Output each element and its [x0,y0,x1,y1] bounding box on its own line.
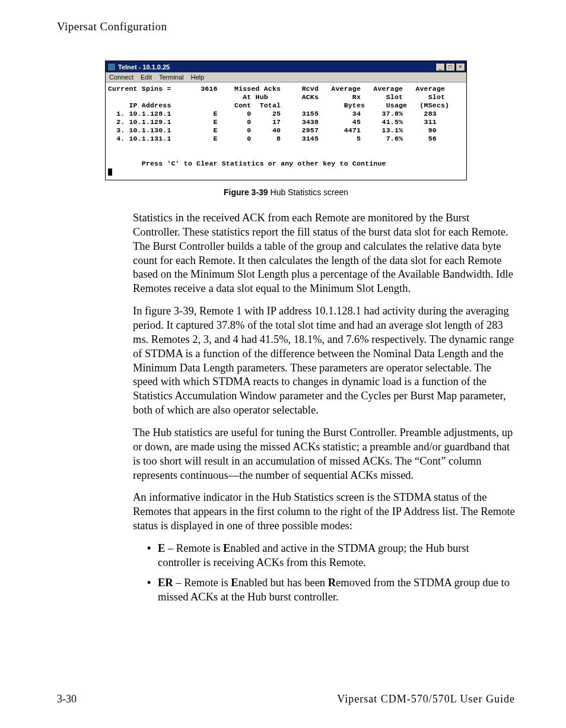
term-row: 2. 10.1.129.1 E 0 17 3438 45 41.5% 311 [108,118,437,126]
term-row: 4. 10.1.131.1 E 0 8 3145 5 7.6% 56 [108,135,437,142]
bold-letter: E [231,577,238,589]
text: – Remote is [165,542,223,554]
menubar: Connect Edit Terminal Help [106,72,466,82]
term-line: At Hub ACKs Rx Slot Slot [108,93,445,101]
figure-caption: Figure 3-39 Hub Statistics screen [57,187,515,197]
menu-help[interactable]: Help [191,74,205,81]
bold-letter: E [223,542,230,554]
term-row: 1. 10.1.128.1 E 0 25 3155 34 37.8% 283 [108,110,437,117]
paragraph: An informative indicator in the Hub Stat… [57,491,515,533]
term-prompt: Press 'C' to Clear Statistics or any oth… [108,160,386,167]
paragraph: Statistics in the received ACK from each… [57,211,515,296]
list-item: E – Remote is Enabled and active in the … [147,542,513,570]
status-code: ER [158,577,173,589]
menu-connect[interactable]: Connect [109,74,133,81]
maximize-button[interactable]: □ [446,63,455,71]
terminal-output: Current Spins = 3616 Missed Acks Rcvd Av… [106,82,466,180]
cursor-icon [108,169,112,176]
list-item: ER – Remote is Enabled but has been Remo… [147,576,513,605]
text: – Remote is [173,577,231,589]
menu-terminal[interactable]: Terminal [159,74,184,81]
telnet-window: Telnet - 10.1.0.25 _ □ × Connect Edit Te… [105,61,467,180]
section-header: Vipersat Configuration [57,20,515,33]
status-list: E – Remote is Enabled and active in the … [57,542,515,604]
page-number: 3-30 [57,693,77,705]
app-icon [107,63,116,71]
minimize-button[interactable]: _ [435,63,445,71]
titlebar: Telnet - 10.1.0.25 _ □ × [106,61,466,72]
figure-title: Hub Statistics screen [268,187,348,197]
guide-title: Vipersat CDM-570/570L User Guide [337,693,515,705]
status-code: E [158,542,165,554]
term-line: IP Address Cont Total Bytes Usage (MSecs… [108,101,449,109]
close-button[interactable]: × [456,63,465,71]
menu-edit[interactable]: Edit [141,74,152,81]
term-line: Current Spins = 3616 Missed Acks Rcvd Av… [108,85,445,93]
text: nabled but has been [239,577,328,589]
bold-letter: R [328,577,336,589]
window-title: Telnet - 10.1.0.25 [118,63,170,71]
paragraph: The Hub statistics are useful for tuning… [57,426,515,482]
figure-number: Figure 3-39 [224,187,268,197]
term-row: 3. 10.1.130.1 E 0 40 2957 4471 13.1% 90 [108,126,437,134]
paragraph: In figure 3-39, Remote 1 with IP address… [57,304,515,418]
footer: 3-30 Vipersat CDM-570/570L User Guide [57,693,515,705]
